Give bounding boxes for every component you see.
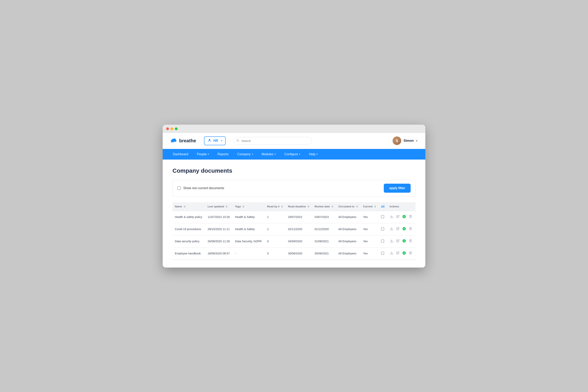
svg-point-10 <box>402 251 406 254</box>
table-row: Health & safety policy 11/07/2022 10:26 … <box>172 211 416 223</box>
sort-updated-icon: ⇅ <box>226 206 227 208</box>
table-row: Data security policy 26/08/2020 11:28 Da… <box>172 235 416 247</box>
sort-readby-icon: ⇅ <box>281 206 283 208</box>
svg-point-6 <box>402 227 406 230</box>
edit-button-0[interactable] <box>396 214 400 220</box>
delete-button-1[interactable] <box>408 226 412 232</box>
nav-item-dashboard[interactable]: Dashboard <box>168 149 192 160</box>
user-menu[interactable]: S Simon ▾ <box>392 136 418 145</box>
role-selector[interactable]: HR ▾ <box>204 136 226 145</box>
col-header-all: All <box>379 202 387 211</box>
download-button-3[interactable] <box>390 251 394 256</box>
cell-tags-3: - <box>233 247 265 260</box>
table-body: Health & safety policy 11/07/2022 10:26 … <box>172 211 416 260</box>
col-header-review-date[interactable]: Review date ⇅ <box>312 202 336 211</box>
edit-button-2[interactable] <box>396 239 400 244</box>
download-button-2[interactable] <box>390 239 394 244</box>
show-non-current-checkbox[interactable] <box>178 186 181 190</box>
apply-filter-button[interactable]: apply filter <box>384 184 410 193</box>
cell-readby-3: 0 <box>265 247 286 260</box>
maximize-button[interactable] <box>175 128 178 130</box>
row-select-checkbox-3[interactable] <box>381 252 384 255</box>
col-header-read-by[interactable]: Read by # ⇅ <box>265 202 286 211</box>
nav-modules-label: Modules <box>262 152 274 156</box>
minimize-button[interactable] <box>170 128 173 130</box>
col-header-read-deadline[interactable]: Read deadline ⇅ <box>286 202 312 211</box>
cell-deadline-0: 29/07/2022 <box>286 211 312 223</box>
role-chevron-icon: ▾ <box>221 139 222 142</box>
search-icon <box>236 139 239 143</box>
delete-button-0[interactable] <box>408 214 412 220</box>
main-nav: Dashboard People ▾ Reports Company ▾ Mod… <box>163 149 425 160</box>
svg-point-0 <box>209 139 210 140</box>
cell-checkbox-0 <box>379 211 387 223</box>
user-chevron-icon: ▾ <box>416 139 418 142</box>
nav-item-help[interactable]: Help ▾ <box>304 149 322 160</box>
col-header-last-updated[interactable]: Last updated ⇅ <box>205 202 233 211</box>
row-select-checkbox-2[interactable] <box>381 240 384 243</box>
cell-review-2: 31/08/2021 <box>312 235 336 247</box>
nav-item-configure[interactable]: Configure ▾ <box>280 149 304 160</box>
cell-name-0: Health & safety policy <box>172 211 205 223</box>
cell-review-3: 30/06/2021 <box>312 247 336 260</box>
cell-circulated-2: All Employees <box>336 235 361 247</box>
cell-current-3: Yes <box>361 247 379 260</box>
svg-point-8 <box>402 239 406 242</box>
cell-review-0: 03/07/2023 <box>312 211 336 223</box>
cell-tags-0: Health & Safety <box>233 211 265 223</box>
cell-checkbox-1 <box>379 223 387 235</box>
cell-deadline-2: 04/09/2020 <box>286 235 312 247</box>
col-header-current[interactable]: Current ⇅ <box>361 202 379 211</box>
filter-checkbox-row: Show non-current documents <box>178 186 224 190</box>
avatar: S <box>392 136 401 145</box>
nav-configure-label: Configure <box>284 152 298 156</box>
modules-chevron-icon: ▾ <box>274 153 276 156</box>
nav-company-label: Company <box>237 152 250 156</box>
row-select-checkbox-0[interactable] <box>381 215 384 218</box>
close-button[interactable] <box>166 128 169 130</box>
cell-tags-2: Data Security, GDPR <box>233 235 265 247</box>
sort-tags-icon: ⇅ <box>242 206 244 208</box>
delete-button-3[interactable] <box>408 251 412 256</box>
search-input[interactable] <box>234 137 312 145</box>
cell-tags-1: Health & Safety <box>233 223 265 235</box>
delete-button-2[interactable] <box>408 239 412 244</box>
cell-updated-2: 26/08/2020 11:28 <box>205 235 233 247</box>
svg-line-2 <box>238 141 239 142</box>
nav-people-label: People <box>197 152 206 156</box>
col-header-circulated[interactable]: Circulated to ⇅ <box>336 202 361 211</box>
logo[interactable]: breathe <box>170 138 196 144</box>
app-window: breathe HR ▾ <box>163 125 425 268</box>
col-header-tags[interactable]: Tags ⇅ <box>233 202 265 211</box>
sort-review-icon: ⇅ <box>332 206 333 208</box>
documents-table: Name ⇅ Last updated ⇅ Tags ⇅ Read by # <box>172 202 416 260</box>
cell-review-1: 01/12/2020 <box>312 223 336 235</box>
cell-readby-1: 1 <box>265 223 286 235</box>
download-button-0[interactable] <box>390 214 394 220</box>
main-content: Company documents Show non-current docum… <box>163 160 425 268</box>
download-button-1[interactable] <box>390 226 394 232</box>
nav-item-modules[interactable]: Modules ▾ <box>257 149 280 160</box>
activate-button-3[interactable] <box>402 251 406 256</box>
activate-button-1[interactable] <box>402 226 406 232</box>
brand-name: breathe <box>179 138 196 144</box>
sort-circulated-icon: ⇅ <box>356 206 358 208</box>
nav-item-reports[interactable]: Reports <box>213 149 233 160</box>
table-row: Employee handbook 18/06/2020 08:57 - 0 3… <box>172 247 416 260</box>
cell-updated-0: 11/07/2022 10:26 <box>205 211 233 223</box>
cell-circulated-3: All Employees <box>336 247 361 260</box>
nav-item-company[interactable]: Company ▾ <box>233 149 257 160</box>
activate-button-0[interactable] <box>402 214 406 220</box>
edit-button-1[interactable] <box>396 226 400 232</box>
activate-button-2[interactable] <box>402 238 406 244</box>
nav-dashboard-label: Dashboard <box>173 152 188 156</box>
edit-button-3[interactable] <box>396 251 400 256</box>
col-header-name[interactable]: Name ⇅ <box>172 202 205 211</box>
titlebar <box>163 125 425 133</box>
help-chevron-icon: ▾ <box>316 153 318 156</box>
row-select-checkbox-1[interactable] <box>381 227 384 230</box>
nav-item-people[interactable]: People ▾ <box>192 149 213 160</box>
configure-chevron-icon: ▾ <box>299 153 300 156</box>
page-title: Company documents <box>172 168 416 174</box>
cell-checkbox-3 <box>379 247 387 260</box>
